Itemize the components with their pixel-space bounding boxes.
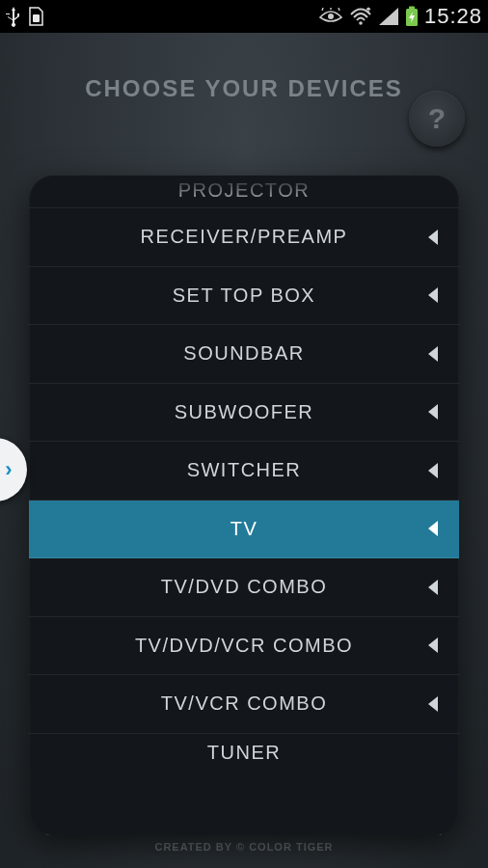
chevron-left-icon	[428, 346, 438, 362]
device-list-panel: PROJECTORRECEIVER/PREAMPSET TOP BOXSOUND…	[29, 176, 459, 835]
device-row[interactable]: TV/DVD COMBO	[29, 558, 459, 617]
chevron-left-icon	[428, 287, 438, 303]
page-title: CHOOSE YOUR DEVICES	[0, 33, 488, 102]
android-status-bar: 15:28	[0, 0, 488, 33]
chevron-left-icon	[428, 521, 438, 536]
device-row[interactable]: RECEIVER/PREAMP	[29, 208, 459, 267]
help-icon: ?	[428, 102, 446, 135]
smart-stay-eye-icon	[318, 8, 343, 25]
device-label: SOUNDBAR	[183, 342, 304, 365]
cell-signal-icon	[378, 7, 399, 26]
device-label: RECEIVER/PREAMP	[141, 226, 348, 248]
device-label: SUBWOOFER	[175, 401, 314, 423]
device-label: TV/VCR COMBO	[161, 692, 327, 715]
device-label: TV/DVD/VCR COMBO	[135, 635, 353, 657]
device-row[interactable]: SUBWOOFER	[29, 384, 459, 443]
device-row[interactable]: SOUNDBAR	[29, 325, 459, 384]
device-label: SET TOP BOX	[173, 285, 315, 307]
chevron-right-icon: ›	[5, 457, 12, 482]
help-button[interactable]: ?	[409, 91, 465, 147]
chevron-left-icon	[428, 230, 438, 245]
device-row[interactable]: TV/DVD/VCR COMBO	[29, 617, 459, 676]
device-row[interactable]: TV/VCR COMBO	[29, 675, 459, 734]
chevron-left-icon	[428, 580, 438, 595]
svg-point-1	[328, 14, 334, 19]
device-label: TV	[230, 518, 258, 540]
sim-card-icon	[27, 6, 44, 27]
usb-icon	[6, 6, 21, 27]
device-row[interactable]: TV	[29, 501, 459, 559]
footer-line2: CREATED BY © COLOR TIGER	[0, 841, 488, 853]
wifi-icon	[349, 7, 372, 26]
device-row[interactable]: SWITCHER	[29, 442, 459, 501]
device-row[interactable]: SET TOP BOX	[29, 267, 459, 326]
svg-rect-0	[33, 14, 40, 22]
status-clock: 15:28	[424, 4, 482, 29]
svg-point-2	[359, 21, 363, 25]
device-label: TV/DVD COMBO	[161, 576, 327, 598]
device-row[interactable]: PROJECTOR	[29, 176, 459, 208]
drawer-handle[interactable]: ›	[0, 438, 27, 502]
chevron-left-icon	[428, 463, 438, 478]
battery-charging-icon	[405, 6, 419, 27]
app-root: CHOOSE YOUR DEVICES ? › PROJECTORRECEIVE…	[0, 33, 488, 868]
device-label: PROJECTOR	[178, 179, 310, 202]
chevron-left-icon	[428, 404, 438, 420]
device-row[interactable]: TUNER	[29, 734, 459, 773]
device-label: SWITCHER	[187, 459, 302, 481]
chevron-left-icon	[428, 637, 438, 653]
device-list[interactable]: PROJECTORRECEIVER/PREAMPSET TOP BOXSOUND…	[29, 176, 459, 835]
chevron-left-icon	[428, 696, 438, 712]
device-label: TUNER	[207, 742, 281, 764]
svg-rect-4	[409, 7, 415, 10]
